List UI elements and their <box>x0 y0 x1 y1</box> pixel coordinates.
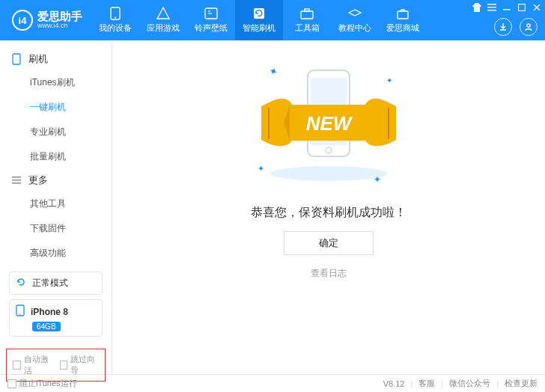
sidebar-group-flash[interactable]: 刷机 <box>0 48 112 70</box>
download-icon[interactable] <box>494 18 512 36</box>
svg-rect-4 <box>301 11 313 19</box>
sidebar-group-title: 更多 <box>28 174 48 187</box>
checkbox-icon <box>7 379 16 388</box>
wechat-link[interactable]: 微信公众号 <box>449 378 490 389</box>
block-itunes-label: 阻止iTunes运行 <box>19 378 77 389</box>
logo-icon: i4 <box>12 10 33 31</box>
sidebar-item-oneclick-flash[interactable]: 一键刷机 <box>0 95 112 120</box>
top-nav: 我的设备 应用游戏 铃声壁纸 智能刷机 工具箱 <box>91 0 427 40</box>
nav-label: 应用游戏 <box>147 22 180 34</box>
skip-wizard-label: 跳过向导 <box>70 354 99 376</box>
svg-rect-6 <box>398 11 408 19</box>
check-update-link[interactable]: 检查更新 <box>505 378 538 389</box>
nav-label: 智能刷机 <box>243 22 275 34</box>
sidebar-group-more[interactable]: 更多 <box>0 169 112 192</box>
device-button[interactable]: iPhone 8 64GB <box>9 299 103 337</box>
brand: i4 爱思助手 www.i4.cn <box>12 10 82 31</box>
header-right-icons <box>494 18 538 36</box>
sidebar-group-title: 刷机 <box>28 52 48 66</box>
svg-point-1 <box>115 17 116 19</box>
svg-rect-15 <box>12 180 21 181</box>
support-link[interactable]: 客服 <box>418 378 435 389</box>
highlighted-options: 自动激活 跳过向导 <box>6 349 106 382</box>
skin-icon[interactable] <box>472 2 482 13</box>
ok-button[interactable]: 确定 <box>284 231 374 255</box>
tutorial-icon <box>347 7 362 20</box>
nav-label: 铃声壁纸 <box>195 22 228 34</box>
brand-name: 爱思助手 <box>37 10 82 23</box>
app-header: i4 爱思助手 www.i4.cn 我的设备 应用游戏 铃声壁纸 <box>0 0 545 40</box>
mall-icon <box>395 7 410 20</box>
svg-text:NEW: NEW <box>306 112 353 135</box>
sidebar-item-itunes-flash[interactable]: iTunes刷机 <box>0 70 112 95</box>
nav-flash[interactable]: 智能刷机 <box>235 0 283 40</box>
minimize-icon[interactable] <box>502 2 512 13</box>
svg-rect-14 <box>12 177 21 178</box>
nav-mall[interactable]: 爱思商城 <box>379 0 427 40</box>
close-icon[interactable] <box>532 2 542 13</box>
skip-wizard-checkbox[interactable]: 跳过向导 <box>60 354 100 376</box>
auto-activate-label: 自动激活 <box>24 354 52 376</box>
nav-apps[interactable]: 应用游戏 <box>139 0 187 40</box>
checkbox-icon <box>60 361 68 370</box>
svg-rect-9 <box>487 10 496 11</box>
brand-url: www.i4.cn <box>37 22 82 30</box>
nav-devices[interactable]: 我的设备 <box>91 0 139 40</box>
svg-point-18 <box>19 313 21 315</box>
device-icon <box>108 7 123 20</box>
more-icon <box>12 176 22 185</box>
success-illustration: ✦ ✦ ✦ ✦ NEW <box>246 61 411 189</box>
svg-rect-5 <box>305 9 309 11</box>
nav-label: 教程中心 <box>338 22 371 34</box>
svg-rect-16 <box>12 183 21 184</box>
svg-point-12 <box>527 24 530 27</box>
maximize-icon[interactable] <box>517 2 527 13</box>
sidebar-item-other-tools[interactable]: 其他工具 <box>0 192 112 216</box>
nav-label: 爱思商城 <box>386 22 419 34</box>
status-mode-label: 正常模式 <box>32 277 68 290</box>
sidebar-item-download-fw[interactable]: 下载固件 <box>0 216 112 241</box>
svg-rect-10 <box>503 9 511 10</box>
device-capacity-badge: 64GB <box>32 322 61 331</box>
device-small-icon <box>12 53 22 65</box>
checkbox-icon <box>13 361 21 370</box>
sidebar-item-batch-flash[interactable]: 批量刷机 <box>0 144 112 169</box>
svg-rect-13 <box>13 54 20 64</box>
device-name: iPhone 8 <box>31 307 68 317</box>
auto-activate-checkbox[interactable]: 自动激活 <box>13 354 52 376</box>
svg-rect-8 <box>487 7 496 8</box>
flash-icon <box>252 7 267 20</box>
block-itunes-checkbox[interactable]: 阻止iTunes运行 <box>7 378 77 389</box>
nav-label: 工具箱 <box>295 22 320 34</box>
nav-tutorial[interactable]: 教程中心 <box>331 0 379 40</box>
sidebar: 刷机 iTunes刷机 一键刷机 专业刷机 批量刷机 更多 其他工具 下载固件 … <box>0 40 112 374</box>
status-mode-button[interactable]: 正常模式 <box>9 272 103 295</box>
sidebar-item-advanced[interactable]: 高级功能 <box>0 241 112 266</box>
apps-icon <box>156 7 171 20</box>
toolbox-icon <box>299 7 314 20</box>
nav-toolbox[interactable]: 工具箱 <box>283 0 331 40</box>
ringtones-icon <box>204 7 219 20</box>
version-label: V8.12 <box>383 379 405 388</box>
window-controls <box>472 2 542 13</box>
success-message: 恭喜您，保资料刷机成功啦！ <box>251 205 407 221</box>
sidebar-item-pro-flash[interactable]: 专业刷机 <box>0 120 112 144</box>
content-area: ✦ ✦ ✦ ✦ NEW 恭喜您，保资料刷机成功啦！ 确定 查看日志 <box>112 40 545 374</box>
menu-icon[interactable] <box>487 2 497 13</box>
refresh-icon <box>16 277 26 290</box>
nav-ringtones[interactable]: 铃声壁纸 <box>187 0 235 40</box>
svg-point-19 <box>270 166 387 181</box>
user-icon[interactable] <box>520 18 538 36</box>
view-log-link[interactable]: 查看日志 <box>311 267 347 280</box>
device-icon <box>16 304 25 319</box>
svg-rect-7 <box>487 4 496 5</box>
nav-label: 我的设备 <box>99 22 132 34</box>
svg-rect-11 <box>519 4 526 11</box>
